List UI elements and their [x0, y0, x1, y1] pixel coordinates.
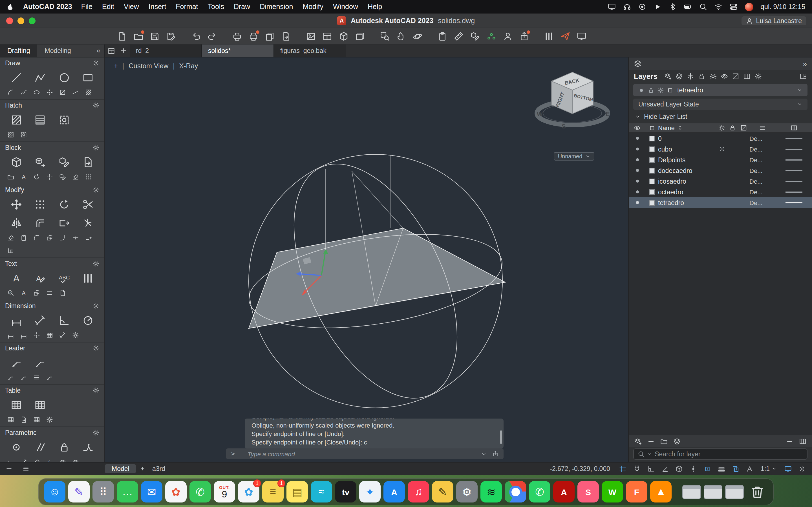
dimension-oblique-dimension-tool[interactable]	[58, 331, 66, 339]
menu-window[interactable]: Window	[333, 3, 358, 11]
parametric-lock-constraint-tool[interactable]	[54, 439, 73, 456]
compass-south[interactable]: S	[562, 123, 566, 130]
table-insert-table-tool[interactable]	[7, 397, 26, 413]
model-tab[interactable]: Model	[105, 464, 136, 473]
minimized-window-3[interactable]	[725, 485, 744, 499]
dock-messages-icon[interactable]: …	[117, 481, 138, 503]
auto-hide-panel-icon[interactable]	[800, 73, 807, 80]
layers-panel-tab-icon[interactable]	[634, 60, 642, 68]
dimension-linear-dimension-tool[interactable]	[7, 312, 26, 329]
layer-status-icon[interactable]	[629, 146, 646, 152]
transparency-column-header[interactable]	[738, 124, 749, 131]
block-create-block-tool[interactable]	[31, 154, 50, 171]
layer-row-icosaedro[interactable]: icosaedroDe...	[629, 176, 812, 186]
polar-toggle[interactable]	[660, 464, 669, 473]
display-icon[interactable]	[608, 3, 615, 11]
layer-status-icon[interactable]	[629, 157, 646, 163]
modify-join-tool[interactable]	[58, 233, 66, 242]
menu-view[interactable]: View	[124, 3, 139, 11]
model-space-canvas[interactable]: + | Custom View | X-Ray W S E BACK RI	[105, 57, 628, 462]
customize-command-line-button[interactable]	[492, 451, 499, 457]
modify-break-tool[interactable]	[71, 233, 80, 242]
layer-row-Defpoints[interactable]: DefpointsDe...	[629, 154, 812, 165]
layer-row-octaedro[interactable]: octaedroDe...	[629, 186, 812, 197]
text-edit-text-tool[interactable]: A	[31, 270, 50, 287]
collaborate-button[interactable]	[485, 30, 497, 42]
layer-row-cubo[interactable]: cuboDe...	[629, 144, 812, 154]
text-text-columns-tool[interactable]	[79, 270, 98, 287]
modify-trim-tool[interactable]	[79, 196, 98, 213]
isodraft-toggle[interactable]	[674, 464, 683, 473]
lock-icon[interactable]	[698, 73, 705, 80]
dock-acrobat-icon[interactable]: A	[553, 481, 574, 503]
new-layout-button[interactable]	[321, 30, 333, 42]
menubar-clock[interactable]: qui. 9/10 12:15	[760, 3, 805, 11]
layer-color-swatch[interactable]	[646, 146, 658, 152]
layout-tab-a3rd[interactable]: a3rd	[149, 465, 168, 472]
plot-add-button[interactable]	[247, 30, 259, 42]
parametric-show-constraints-tool[interactable]	[58, 457, 66, 462]
dock-facetime-icon[interactable]: ✆	[190, 481, 211, 503]
layer-color-swatch[interactable]	[646, 178, 658, 184]
dimension-baseline-dimension-tool[interactable]	[6, 331, 15, 339]
draw-rectangle-tool[interactable]	[79, 69, 98, 86]
drawing-tab-figuras-geo-bak[interactable]: figuras_geo.bak	[274, 45, 346, 57]
drawing-tab-rd-2[interactable]: rd_2	[130, 45, 202, 57]
layer-status-icon[interactable]	[629, 135, 646, 142]
sheet-set-manager-button[interactable]	[354, 30, 366, 42]
export-pdf-button[interactable]	[280, 30, 292, 42]
dock-system-settings-icon[interactable]: ⚙	[456, 481, 477, 503]
palette-section-header-draw[interactable]: Draw	[0, 57, 104, 69]
text-justify-text-tool[interactable]	[45, 288, 54, 297]
dock-app-store-icon[interactable]: A	[384, 481, 405, 503]
layer-color-swatch[interactable]	[646, 168, 658, 173]
draw-spline-tool[interactable]	[19, 88, 28, 96]
dock-chrome-icon[interactable]	[505, 481, 526, 503]
lock-column-header[interactable]	[727, 124, 738, 131]
leader-section-gear-icon[interactable]	[93, 345, 99, 351]
command-history-scrollbar[interactable]	[500, 431, 502, 444]
workspace-tab-modeling[interactable]: Modeling	[38, 45, 79, 57]
dimension-aligned-dimension-tool[interactable]	[31, 312, 50, 329]
menu-tools[interactable]: Tools	[208, 3, 224, 11]
draw-hatch-pattern-tool[interactable]	[84, 88, 93, 96]
dock-shortcuts-icon[interactable]: S	[577, 481, 599, 503]
palette-section-header-text[interactable]: Text	[0, 258, 104, 269]
play-icon[interactable]	[653, 3, 661, 11]
modify-copy-tool[interactable]	[19, 233, 28, 242]
spotlight-icon[interactable]	[699, 3, 707, 11]
draw-point-tool[interactable]	[45, 88, 54, 96]
draw-polyline-tool[interactable]	[31, 69, 50, 86]
text-section-gear-icon[interactable]	[93, 260, 99, 267]
dock-stickies-icon[interactable]: ▤	[287, 481, 308, 503]
hatch-section-gear-icon[interactable]	[93, 102, 99, 109]
dimension-radius-dimension-tool[interactable]	[79, 312, 98, 329]
minimize-window-button[interactable]	[17, 17, 24, 24]
layer-state-dropdown[interactable]: Unsaved Layer State	[633, 99, 808, 110]
menu-edit[interactable]: Edit	[102, 3, 114, 11]
modify-scale-tool[interactable]	[45, 233, 54, 242]
new-layer-icon[interactable]	[664, 73, 672, 80]
modify-move-tool[interactable]	[7, 196, 26, 213]
wifi-icon[interactable]	[714, 3, 722, 11]
dock-trash-icon[interactable]	[747, 481, 768, 503]
workspace-tab-drafting[interactable]: Drafting	[0, 45, 38, 57]
draw-section-gear-icon[interactable]	[93, 60, 99, 66]
layer-row-0[interactable]: 0De...	[629, 133, 812, 144]
text-spell-check-tool[interactable]: ABC	[54, 270, 73, 287]
palette-section-header-block[interactable]: Block	[0, 142, 104, 153]
block-purge-tool[interactable]	[71, 172, 80, 181]
display-settings-button[interactable]	[575, 30, 588, 42]
draw-circle-tool[interactable]	[54, 69, 73, 86]
leader-align-leaders-tool[interactable]	[32, 373, 41, 381]
hatch-boundary-tool[interactable]	[54, 112, 73, 128]
table-table-style-tool[interactable]	[45, 415, 54, 424]
leader-multileader-tool[interactable]	[7, 354, 26, 371]
more-palettes-button[interactable]: »	[803, 59, 807, 68]
osnap-tracking-toggle[interactable]	[689, 464, 698, 473]
grid-toggle[interactable]	[618, 464, 627, 473]
battery-icon[interactable]	[684, 3, 692, 11]
columns-button[interactable]	[799, 438, 806, 445]
menu-modify[interactable]: Modify	[303, 3, 323, 11]
redo-button[interactable]	[206, 30, 218, 42]
